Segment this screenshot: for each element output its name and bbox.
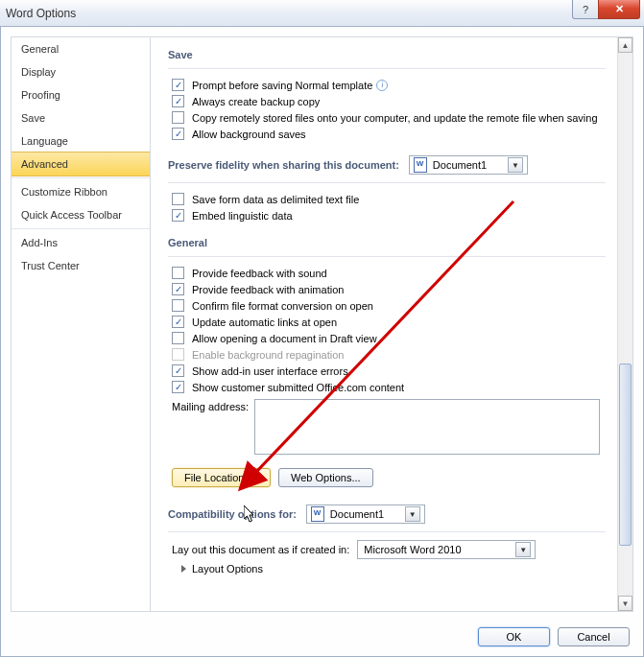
checkbox[interactable]: ✓	[172, 381, 184, 393]
preserve-document-dropdown[interactable]: Document1 ▼	[409, 155, 528, 175]
option-row: ✓Embed linguistic data	[172, 207, 606, 223]
sidebar-item-display[interactable]: Display	[12, 60, 150, 83]
window-title: Word Options	[6, 7, 76, 20]
section-compat-heading-row: Compatibility options for: Document1 ▼	[168, 501, 606, 532]
option-label: Always create backup copy	[192, 96, 320, 107]
main-scroll: Save ✓Prompt before saving Normal templa…	[151, 37, 617, 611]
ok-button[interactable]: OK	[478, 627, 550, 646]
close-button[interactable]: ✕	[598, 0, 640, 19]
checkbox[interactable]	[172, 193, 184, 205]
sidebar-item-quick-access-toolbar[interactable]: Quick Access Toolbar	[12, 203, 150, 226]
checkbox[interactable]	[172, 332, 184, 344]
option-row: ✓Always create backup copy	[172, 93, 606, 109]
section-preserve-heading-row: Preserve fidelity when sharing this docu…	[168, 152, 606, 183]
option-row: ✓Show add-in user interface errors	[172, 363, 606, 379]
document-icon	[414, 157, 427, 173]
help-button[interactable]: ?	[572, 0, 599, 19]
option-row: Copy remotely stored files onto your com…	[172, 109, 606, 126]
section-preserve-heading: Preserve fidelity when sharing this docu…	[168, 159, 399, 171]
window-buttons: ? ✕	[572, 0, 640, 19]
option-row: Save form data as delimited text file	[172, 191, 606, 207]
main-panel: Save ✓Prompt before saving Normal templa…	[151, 36, 633, 612]
checkbox[interactable]	[172, 299, 184, 312]
checkbox[interactable]: ✓	[172, 209, 184, 222]
checkbox[interactable]: ✓	[172, 364, 184, 377]
option-label: Allow background saves	[192, 129, 306, 140]
option-label: Provide feedback with animation	[192, 284, 344, 295]
option-label: Prompt before saving Normal template	[192, 80, 372, 91]
option-row: Provide feedback with sound	[172, 265, 606, 281]
vertical-scrollbar[interactable]: ▲ ▼	[617, 37, 632, 611]
dialog-footer: OK Cancel	[478, 627, 630, 646]
checkbox[interactable]: ✓	[172, 79, 184, 91]
compat-document-dropdown[interactable]: Document1 ▼	[306, 504, 425, 524]
section-save-heading: Save	[168, 45, 606, 69]
option-label: Allow opening a document in Draft view	[192, 333, 377, 344]
chevron-down-icon: ▼	[508, 157, 523, 173]
sidebar-item-proofing[interactable]: Proofing	[12, 83, 150, 106]
option-row: Allow opening a document in Draft view	[172, 330, 606, 346]
option-row: ✓Prompt before saving Normal templatei	[172, 77, 606, 93]
option-label: Enable background repagination	[192, 349, 344, 361]
section-compat-heading: Compatibility options for:	[168, 508, 297, 520]
checkbox[interactable]: ✓	[172, 95, 184, 107]
option-label: Show customer submitted Office.com conte…	[192, 382, 404, 393]
checkbox[interactable]	[172, 267, 184, 279]
scroll-down-button[interactable]: ▼	[618, 596, 632, 611]
layout-as-if-dropdown[interactable]: Microsoft Word 2010 ▼	[357, 540, 536, 559]
document-icon	[311, 506, 324, 522]
option-row: ✓Show customer submitted Office.com cont…	[172, 379, 606, 395]
content-area: General Display Proofing Save Language A…	[11, 36, 633, 612]
option-label: Provide feedback with sound	[192, 268, 327, 279]
expand-triangle-icon[interactable]	[181, 565, 186, 573]
layout-as-if-label: Lay out this document as if created in:	[172, 544, 349, 555]
option-label: Update automatic links at open	[192, 317, 337, 328]
chevron-down-icon: ▼	[405, 506, 420, 522]
option-row: Enable background repagination	[172, 346, 606, 363]
sidebar-item-add-ins[interactable]: Add-Ins	[12, 231, 150, 254]
option-row: ✓Allow background saves	[172, 126, 606, 142]
sidebar-item-customize-ribbon[interactable]: Customize Ribbon	[12, 180, 150, 203]
file-locations-button[interactable]: File Locations...	[172, 468, 271, 487]
sidebar: General Display Proofing Save Language A…	[11, 36, 151, 612]
checkbox[interactable]: ✓	[172, 316, 184, 328]
option-label: Save form data as delimited text file	[192, 194, 359, 205]
web-options-button[interactable]: Web Options...	[278, 468, 373, 487]
mailing-address-label: Mailing address:	[172, 399, 249, 412]
option-row: ✓Update automatic links at open	[172, 314, 606, 330]
sidebar-item-trust-center[interactable]: Trust Center	[12, 254, 150, 277]
sidebar-item-language[interactable]: Language	[12, 129, 150, 153]
chevron-down-icon: ▼	[515, 542, 531, 557]
option-label: Show add-in user interface errors	[192, 365, 348, 377]
info-icon[interactable]: i	[376, 80, 388, 91]
mailing-address-input[interactable]	[254, 399, 600, 455]
titlebar: Word Options ? ✕	[0, 0, 644, 27]
checkbox[interactable]: ✓	[172, 283, 184, 295]
section-general-heading: General	[168, 233, 606, 257]
option-label: Copy remotely stored files onto your com…	[192, 112, 598, 124]
option-row: Confirm file format conversion on open	[172, 297, 606, 314]
scroll-thumb[interactable]	[619, 364, 632, 546]
layout-options-expander[interactable]: Layout Options	[192, 563, 263, 575]
sidebar-item-save[interactable]: Save	[12, 106, 150, 129]
sidebar-item-general[interactable]: General	[12, 37, 150, 60]
sidebar-item-advanced[interactable]: Advanced	[12, 152, 150, 176]
option-label: Confirm file format conversion on open	[192, 300, 373, 312]
cancel-button[interactable]: Cancel	[558, 627, 630, 646]
option-row: ✓Provide feedback with animation	[172, 281, 606, 297]
checkbox	[172, 348, 184, 361]
option-label: Embed linguistic data	[192, 210, 293, 222]
dialog-body: General Display Proofing Save Language A…	[0, 27, 644, 657]
checkbox[interactable]	[172, 111, 184, 124]
checkbox[interactable]: ✓	[172, 128, 184, 140]
scroll-up-button[interactable]: ▲	[618, 37, 632, 53]
